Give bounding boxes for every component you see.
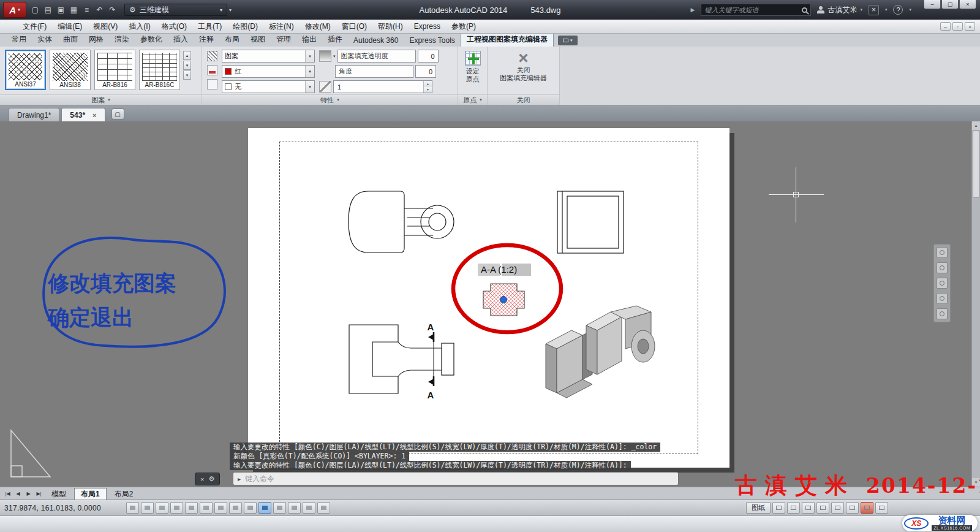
ortho-mode-toggle[interactable] bbox=[170, 502, 183, 514]
pattern-ar-b816[interactable]: AR-B816 bbox=[94, 50, 135, 90]
qat-customize-icon[interactable]: ▾ bbox=[229, 7, 232, 13]
scale-spinner[interactable]: ▲ ▼ bbox=[423, 81, 432, 93]
object-snap-tracking-toggle[interactable] bbox=[229, 502, 242, 514]
annotation-scale-icon[interactable] bbox=[802, 502, 815, 514]
polar-tracking-toggle[interactable] bbox=[185, 502, 198, 514]
command-input[interactable] bbox=[245, 474, 674, 483]
pan-icon[interactable] bbox=[937, 262, 948, 273]
chevron-down-icon[interactable]: ▾ bbox=[333, 54, 336, 59]
chevron-down-icon[interactable]: ▾ bbox=[305, 81, 314, 93]
tab-layout2[interactable]: 布局2 bbox=[108, 488, 140, 500]
chevron-down-icon[interactable]: ▾ bbox=[305, 50, 314, 62]
vertical-scrollbar[interactable]: ▲ ▼ bbox=[971, 121, 980, 487]
menu-modify[interactable]: 修改(M) bbox=[300, 20, 336, 34]
quick-view-drawings-icon[interactable] bbox=[787, 502, 800, 514]
transparency-toggle[interactable] bbox=[288, 502, 301, 514]
hatch-type-dropdown[interactable]: 图案 ▾ bbox=[222, 50, 315, 63]
tab-manage[interactable]: 管理 bbox=[271, 33, 296, 47]
file-tab-543[interactable]: 543* × bbox=[61, 108, 105, 121]
tab-hatch-editor-contextual[interactable]: 工程视图图案填充编辑器 bbox=[461, 32, 554, 47]
menu-draw[interactable]: 绘图(D) bbox=[227, 20, 263, 34]
spin-down-icon[interactable]: ▼ bbox=[424, 87, 432, 93]
help-search-box[interactable] bbox=[701, 4, 811, 16]
grip-point[interactable] bbox=[500, 297, 507, 303]
close-hatch-editor-button[interactable]: × 关闭 图案填充编辑器 bbox=[488, 47, 559, 94]
help-icon[interactable]: ? bbox=[893, 5, 903, 15]
tab-annotate[interactable]: 注释 bbox=[194, 33, 219, 47]
menu-file[interactable]: 文件(F) bbox=[17, 20, 52, 34]
menu-express[interactable]: Express bbox=[409, 20, 446, 32]
tab-mesh[interactable]: 网格 bbox=[83, 33, 109, 47]
menu-parametric[interactable]: 参数(P) bbox=[446, 20, 481, 34]
ribbon-display-options-button[interactable]: ▾ bbox=[558, 36, 578, 45]
infer-constraints-toggle[interactable] bbox=[126, 502, 139, 514]
scale-value-field[interactable]: 1 ▲ ▼ bbox=[333, 80, 432, 93]
steering-wheel-icon[interactable] bbox=[937, 247, 948, 258]
file-tab-drawing1[interactable]: Drawing1* bbox=[9, 108, 59, 121]
previous-layout-icon[interactable]: ◀ bbox=[13, 491, 23, 496]
hardware-acceleration-icon[interactable] bbox=[861, 502, 873, 514]
gallery-expand-icon[interactable]: ▼ bbox=[183, 70, 191, 80]
tab-parametric[interactable]: 参数化 bbox=[135, 33, 168, 47]
first-layout-icon[interactable]: |◀ bbox=[3, 491, 12, 496]
snap-mode-toggle[interactable] bbox=[141, 502, 154, 514]
open-file-icon[interactable]: ▤ bbox=[42, 4, 54, 16]
auto-annotation-icon[interactable] bbox=[831, 502, 844, 514]
autodesk-exchange-icon[interactable]: × bbox=[869, 5, 879, 15]
tab-surface[interactable]: 曲面 bbox=[58, 33, 83, 47]
quick-properties-toggle[interactable] bbox=[303, 502, 315, 514]
signed-in-user[interactable]: 古滇艾米 ▾ bbox=[817, 5, 862, 15]
menu-tools[interactable]: 工具(T) bbox=[192, 20, 227, 34]
transparency-icon[interactable] bbox=[319, 50, 331, 62]
zoom-icon[interactable] bbox=[937, 278, 948, 289]
save-icon[interactable]: ▣ bbox=[55, 4, 67, 16]
tab-plugins[interactable]: 插件 bbox=[322, 33, 348, 47]
doc-minimize-button[interactable]: – bbox=[940, 22, 951, 31]
chevron-down-icon[interactable]: ▾ bbox=[909, 7, 911, 12]
showmotion-icon[interactable] bbox=[937, 308, 948, 319]
pattern-panel-title[interactable]: 图案 ▾ bbox=[0, 94, 202, 105]
tab-express-tools[interactable]: Express Tools bbox=[404, 35, 460, 47]
workspace-switching-icon[interactable] bbox=[846, 502, 859, 514]
3d-object-snap-toggle[interactable] bbox=[214, 502, 227, 514]
coordinate-display[interactable]: 317.9874, 161.0183, 0.0000 bbox=[4, 504, 124, 512]
hatch-color-dropdown[interactable]: 红 ▾ bbox=[222, 65, 315, 78]
tab-view[interactable]: 视图 bbox=[245, 33, 271, 47]
dynamic-ucs-toggle[interactable] bbox=[244, 502, 257, 514]
tab-insert[interactable]: 插入 bbox=[168, 33, 194, 47]
clean-screen-icon[interactable] bbox=[875, 502, 888, 514]
workspace-switcher[interactable]: ⚙ 三维建模 ▾ bbox=[124, 4, 227, 16]
redo-icon[interactable]: ↷ bbox=[107, 4, 118, 16]
communication-center-icon[interactable]: ▾ bbox=[885, 7, 888, 12]
dynamic-input-toggle[interactable] bbox=[258, 502, 271, 514]
drawing-canvas[interactable]: A-A (1:2) A bbox=[0, 121, 980, 487]
doc-close-button[interactable]: × bbox=[965, 22, 975, 31]
save-as-icon[interactable]: ▦ bbox=[68, 4, 80, 16]
menu-view[interactable]: 视图(V) bbox=[88, 20, 123, 34]
tab-render[interactable]: 渲染 bbox=[109, 33, 135, 47]
tab-solid[interactable]: 实体 bbox=[32, 33, 58, 47]
chevron-down-icon[interactable]: ▾ bbox=[305, 66, 314, 77]
background-color-dropdown[interactable]: 无 ▾ bbox=[222, 80, 315, 93]
menu-insert[interactable]: 插入(I) bbox=[123, 20, 156, 34]
grid-display-toggle[interactable] bbox=[156, 502, 168, 514]
tab-autodesk360[interactable]: Autodesk 360 bbox=[348, 35, 404, 47]
application-menu-button[interactable]: A ▾ bbox=[3, 2, 26, 18]
pattern-ansi37[interactable]: ANSI37 bbox=[5, 50, 46, 90]
spin-up-icon[interactable]: ▲ bbox=[424, 81, 432, 87]
gallery-up-icon[interactable]: ▲ bbox=[183, 51, 191, 60]
new-drawing-tab-icon[interactable]: ▢ bbox=[111, 108, 124, 120]
orbit-icon[interactable] bbox=[937, 293, 948, 304]
lineweight-toggle[interactable] bbox=[273, 502, 286, 514]
menu-dimension[interactable]: 标注(N) bbox=[263, 20, 300, 34]
tab-layout1[interactable]: 布局1 bbox=[74, 488, 107, 500]
gallery-down-icon[interactable]: ▼ bbox=[183, 61, 191, 70]
new-file-icon[interactable]: ▢ bbox=[29, 4, 41, 16]
search-input[interactable] bbox=[704, 6, 802, 13]
tab-layout[interactable]: 布局 bbox=[219, 33, 245, 47]
annotation-visibility-icon[interactable] bbox=[816, 502, 829, 514]
search-expand-icon[interactable]: ▶ bbox=[691, 7, 695, 13]
next-layout-icon[interactable]: ▶ bbox=[24, 491, 33, 496]
search-icon[interactable] bbox=[802, 7, 807, 13]
scrollbar-thumb[interactable] bbox=[973, 131, 979, 198]
